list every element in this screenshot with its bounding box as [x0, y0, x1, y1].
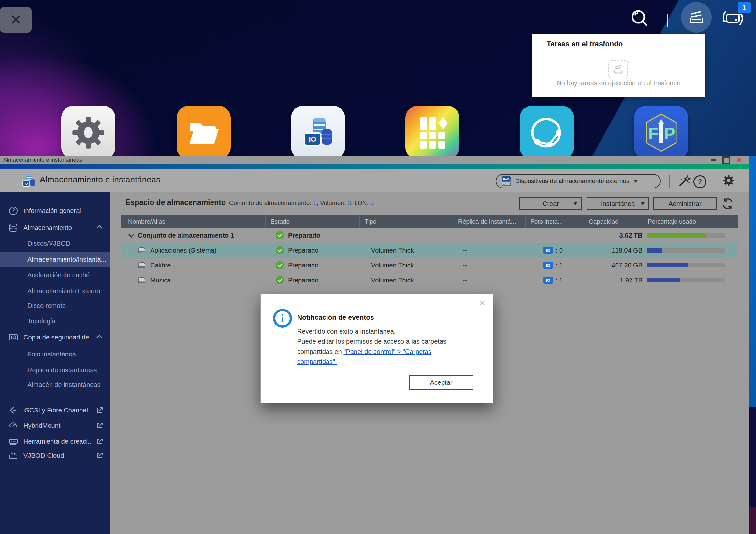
svg-text:SSD: SSD: [11, 440, 16, 443]
header-divider-2: [714, 174, 714, 188]
table-row-calibre[interactable]: Calibre Preparado Volumen Thick -- IO: 1…: [121, 258, 739, 273]
external-link-icon: [96, 407, 103, 414]
snapshot-icon: [9, 332, 18, 342]
search-icon[interactable]: [630, 9, 650, 29]
info-icon: i: [273, 309, 292, 328]
raid-device-icon: RAID: [501, 175, 511, 187]
dropdown-caret-icon: [574, 202, 578, 205]
background-tasks-panel: Tareas en el trasfondo No hay tareas en …: [532, 34, 706, 97]
minimize-button[interactable]: [709, 156, 718, 164]
content-heading: Espacio de almacenamientoConjunto de alm…: [125, 198, 374, 207]
folder-icon: [187, 118, 221, 147]
create-button[interactable]: Crear: [520, 198, 582, 210]
svg-text:IO: IO: [25, 182, 28, 185]
desktop-close-button[interactable]: ✕: [0, 7, 32, 33]
svg-text:P: P: [664, 124, 676, 143]
snapshot-count-icon: IO: [543, 247, 553, 254]
sidebar-item-copia-seguridad[interactable]: Copia de seguridad de..: [0, 331, 110, 344]
usage-bar: [647, 233, 725, 237]
sidebar-item-replica-instantaneas[interactable]: Réplica de instantáneas: [0, 363, 110, 377]
external-devices-dropdown[interactable]: RAID Dispositivos de almacenamiento exte…: [496, 174, 661, 188]
qftp-icon[interactable]: F P: [634, 106, 688, 160]
sidebar-item-almacenamiento-instantaneas[interactable]: Almacenamiento/Instantá...: [0, 253, 110, 266]
sidebar-item-hybridmount[interactable]: HybridMount: [0, 419, 110, 432]
col-porcentaje[interactable]: Porcentaje usado: [643, 215, 739, 228]
table-row-musica[interactable]: Musica Preparado Volumen Thick -- IO: 1 …: [121, 273, 739, 288]
col-foto[interactable]: Foto insta...: [525, 215, 577, 228]
dialog-close-icon[interactable]: ✕: [478, 298, 486, 308]
sidebar-item-aceleracion-cache[interactable]: Aceleración de caché: [0, 268, 110, 281]
col-tipo[interactable]: Tipo: [360, 215, 453, 228]
window-accent-gradient: [0, 164, 748, 169]
chevron-up-icon: [96, 225, 103, 229]
table-row-aplicaciones[interactable]: Aplicaciones (Sistema) Preparado Volumen…: [121, 243, 739, 258]
usage-bar: [647, 248, 725, 253]
notification-badge: 1: [738, 2, 751, 13]
usage-bar: [647, 278, 725, 282]
close-button[interactable]: ✕: [734, 156, 744, 164]
wizard-wand-icon[interactable]: [678, 174, 691, 188]
sidebar-item-informacion-general[interactable]: Información general: [0, 204, 110, 217]
tasks-panel-title: Tareas en el trasfondo: [532, 34, 706, 53]
app-logo-icon: IO: [21, 173, 37, 189]
snapshot-button[interactable]: Instantánea: [586, 198, 649, 210]
maximize-button[interactable]: [721, 156, 731, 164]
background-tasks-button[interactable]: [681, 2, 712, 33]
svg-text:F: F: [648, 124, 659, 143]
table-header[interactable]: Nombre/Alias Estado Tipo Réplica de inst…: [121, 215, 739, 228]
gauge-icon: [9, 206, 18, 216]
external-devices-label: Dispositivos de almacenamiento externos: [515, 177, 630, 185]
sidebar: Información general Almacenamiento Disco…: [0, 192, 110, 534]
col-replica[interactable]: Réplica de instantá...: [453, 215, 525, 228]
sidebar-item-almacen-instantaneas[interactable]: Almacén de instantáneas: [0, 378, 110, 391]
dialog-body: Revertido con éxito a instantánea. Puede…: [297, 327, 453, 367]
tasks-empty-text: No hay tareas en ejecución en el trasfon…: [532, 79, 706, 87]
cloud-disk-icon: [9, 451, 18, 460]
sidebar-item-vjbod-cloud[interactable]: VJBOD Cloud: [0, 449, 110, 462]
ftp-hexagon-icon: F P: [642, 111, 681, 154]
help-icon[interactable]: ?: [693, 175, 707, 188]
table-row-pool[interactable]: Conjunto de almacenamiento 1 Preparado 3…: [121, 228, 739, 243]
col-capacidad[interactable]: Capacidad: [577, 215, 643, 228]
sidebar-item-almacenamiento-externo[interactable]: Almacenamiento Externo: [0, 284, 110, 298]
event-notification-dialog: ✕ i Notificación de eventos Revertido co…: [260, 294, 493, 403]
control-panel-icon[interactable]: [61, 106, 115, 160]
app-header: IO Almacenamiento e instantáneas RAID Di…: [0, 169, 748, 192]
dropdown-caret-icon: [641, 202, 645, 205]
chevron-down-icon[interactable]: [128, 233, 135, 237]
volume-disk-icon: [137, 277, 146, 284]
sidebar-item-almacenamiento[interactable]: Almacenamiento: [0, 221, 110, 234]
window-title: Almacenamiento e instantáneas: [3, 157, 82, 163]
gear-icon: [69, 114, 107, 151]
app-mosaic-icon[interactable]: [405, 106, 459, 160]
screen: ✕ 1 Tareas en el trasfondo: [0, 0, 756, 534]
col-estado[interactable]: Estado: [265, 215, 360, 228]
external-link-icon: [96, 438, 103, 445]
col-nombre[interactable]: Nombre/Alias: [121, 215, 265, 228]
status-ok-icon: [276, 261, 284, 269]
svg-text:RAID: RAID: [503, 177, 510, 180]
sidebar-item-disco-remoto[interactable]: Disco remoto: [0, 299, 110, 312]
snapshot-count-icon: IO: [543, 262, 553, 269]
storage-db-camera-icon: IO: [300, 115, 336, 150]
syncthing-icon[interactable]: [520, 106, 574, 160]
mosaic-grid-icon: [416, 115, 449, 150]
refresh-icon[interactable]: [721, 197, 734, 210]
sidebar-item-discos-vjbod[interactable]: Discos/VJBOD: [0, 237, 110, 250]
settings-gear-icon[interactable]: [722, 174, 735, 187]
window-titlebar[interactable]: Almacenamiento e instantáneas ✕: [0, 156, 748, 165]
file-station-icon[interactable]: [176, 106, 231, 160]
storage-summary: Conjunto de almacenamiento: 1, Volumen: …: [229, 200, 374, 206]
sidebar-item-herramienta-creacion[interactable]: SSD Herramienta de creaci..: [0, 435, 110, 448]
sidebar-item-foto-instantanea[interactable]: Foto instantánea: [0, 348, 110, 361]
sidebar-item-iscsi-fibre[interactable]: iSCSI y Fibre Channel: [0, 404, 110, 417]
topbar-divider: [667, 14, 668, 27]
chevron-up-icon: [96, 334, 103, 338]
storage-snapshots-icon[interactable]: IO: [291, 106, 345, 160]
status-ok-icon: [276, 246, 284, 254]
manage-button[interactable]: Administrar: [653, 198, 716, 210]
sidebar-item-topologia[interactable]: Topología: [0, 314, 110, 328]
svg-text:IO: IO: [309, 135, 316, 143]
dropdown-caret-icon: [634, 180, 638, 183]
accept-button[interactable]: Aceptar: [409, 375, 473, 390]
